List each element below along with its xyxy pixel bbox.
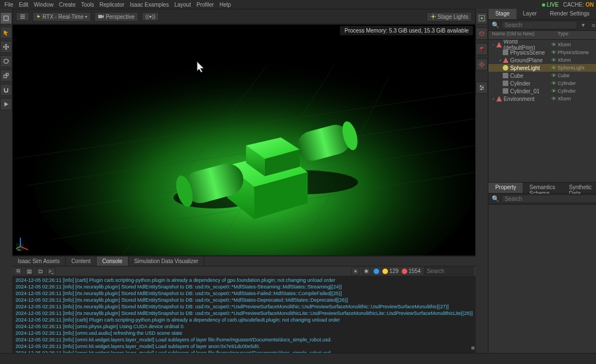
stage-row-cylinder-01[interactable]: Cylinder_01👁Cylinder <box>488 87 596 95</box>
tab-stage[interactable]: Stage <box>488 9 516 19</box>
tree-item-type: Cube <box>557 73 596 78</box>
stage-row-cylinder[interactable]: Cylinder👁Cylinder <box>488 79 596 87</box>
tab-layer[interactable]: Layer <box>517 9 544 19</box>
tab-isaac-assets[interactable]: Isaac Sim Assets <box>12 256 66 266</box>
render-mode-dropdown[interactable]: RTX - Real-Time ▾ <box>33 12 91 22</box>
tree-item-type: PhysicsScene <box>557 50 596 55</box>
tab-render-settings[interactable]: Render Settings <box>544 9 596 19</box>
stage-row-cube[interactable]: Cube👁Cube <box>488 72 596 79</box>
stage-lights-dropdown[interactable]: Stage Lights <box>427 12 472 22</box>
sliders-button[interactable] <box>476 82 488 94</box>
tree-toggle[interactable]: + <box>497 58 503 63</box>
svg-point-2 <box>4 59 8 63</box>
live-status[interactable]: LIVE <box>542 2 559 8</box>
stage-col-type[interactable]: Type <box>557 31 596 39</box>
stage-row-world-defaultprim-[interactable]: −World (defaultPrim)👁Xform <box>488 41 596 49</box>
menu-layout[interactable]: Layout <box>172 1 193 8</box>
console-line: 2024-12-05 02:26:11 [Info] [rtx.neurayli… <box>15 303 472 310</box>
live-dot-icon <box>542 3 545 7</box>
svg-point-42 <box>481 17 483 19</box>
warning-dot-icon <box>382 269 388 274</box>
tool-pointer[interactable] <box>0 26 12 39</box>
menu-help[interactable]: Help <box>217 1 233 8</box>
search-icon: 🔍 <box>492 195 499 202</box>
tool-rotate[interactable] <box>0 55 12 67</box>
wireframe-button[interactable] <box>476 28 488 40</box>
tree-toggle[interactable]: − <box>491 42 496 47</box>
visibility-toggle[interactable]: 👁 <box>550 57 557 63</box>
shaded-button[interactable] <box>476 43 488 55</box>
tab-synthetic-data[interactable]: Synthetic Data Recorder <box>562 183 596 193</box>
cache-status[interactable]: CACHE: ON <box>563 2 594 8</box>
visibility-toggle[interactable]: 👁 <box>550 88 557 94</box>
vp-menu-button[interactable] <box>16 12 29 21</box>
tab-content[interactable]: Content <box>66 256 97 266</box>
stage-search-bar: 🔍 ▾ ≡ <box>488 20 596 31</box>
menu-replicator[interactable]: Replicator <box>97 1 126 8</box>
vp-audio-button[interactable]: ((●)) <box>142 12 159 21</box>
console-search-input[interactable] <box>424 267 473 275</box>
filter-icon[interactable]: ▾ <box>352 267 359 275</box>
auto-scroll-icon[interactable]: ✱ <box>363 267 370 275</box>
viewport[interactable]: Process Memory: 5.3 GiB used, 15.3 GiB a… <box>12 24 476 256</box>
tool-play[interactable] <box>0 98 12 110</box>
stage-options-button[interactable]: ≡ <box>589 22 596 29</box>
mesh-icon <box>503 73 508 78</box>
stage-filter-button[interactable]: ▾ <box>579 22 587 29</box>
tab-sim-data-visualizer[interactable]: Simulation Data Visualizer <box>129 256 205 266</box>
stage-row-spherelight[interactable]: SphereLight👁SphereLight <box>488 64 596 72</box>
console-scroll-thumb[interactable] <box>471 346 475 350</box>
sliders-icon <box>478 84 485 91</box>
console-input-button[interactable]: ▤ <box>25 267 33 275</box>
tool-move[interactable] <box>0 41 12 53</box>
tool-select[interactable] <box>0 12 12 24</box>
stage-tree[interactable]: −World (defaultPrim)👁XformPhysicsScene👁P… <box>488 40 596 182</box>
visibility-toggle[interactable]: 👁 <box>550 50 557 55</box>
tab-property[interactable]: Property <box>488 183 523 193</box>
stage-col-name[interactable]: Name (Old to New) <box>488 31 550 39</box>
tree-item-type: Xform <box>557 42 596 47</box>
camera-dropdown[interactable]: Perspective <box>94 12 138 22</box>
frame-selection-button[interactable] <box>476 12 488 24</box>
settings-button[interactable] <box>476 58 488 71</box>
visibility-toggle[interactable]: 👁 <box>550 81 557 86</box>
visibility-toggle[interactable]: 👁 <box>550 96 557 101</box>
visibility-toggle[interactable]: 👁 <box>550 65 557 71</box>
mesh-icon <box>503 81 508 86</box>
svg-point-9 <box>432 15 434 18</box>
property-search-input[interactable] <box>502 195 596 203</box>
menu-window[interactable]: Window <box>31 1 56 8</box>
stage-search-input[interactable] <box>502 21 577 29</box>
menu-bar: File Edit Window Create Tools Replicator… <box>0 0 596 9</box>
tab-semantics[interactable]: Semantics Schema Editor <box>523 183 562 193</box>
stage-row-physicsscene[interactable]: PhysicsScene👁PhysicsScene <box>488 49 596 56</box>
menu-tools[interactable]: Tools <box>79 1 96 8</box>
tree-item-type: Cylinder <box>557 88 596 94</box>
menu-edit[interactable]: Edit <box>17 1 30 8</box>
stage-row-groundplane[interactable]: +GroundPlane👁Xform <box>488 56 596 64</box>
menu-file[interactable]: File <box>2 1 15 8</box>
console-output[interactable]: 2024-12-05 02:26:11 [Info] [carb] Plugin… <box>12 276 476 353</box>
svg-line-48 <box>480 62 480 63</box>
warning-count[interactable]: 129 <box>382 268 398 274</box>
console-folder-button[interactable]: 🗀 <box>36 267 44 275</box>
stage-row-environment[interactable]: +Environment👁Xform <box>488 95 596 103</box>
tree-toggle[interactable]: + <box>491 97 496 101</box>
svg-point-43 <box>481 63 483 66</box>
menu-create[interactable]: Create <box>57 1 78 8</box>
error-count[interactable]: 1554 <box>402 268 421 274</box>
tree-item-type: Cylinder <box>557 81 596 86</box>
tree-item-type: Xform <box>557 96 596 101</box>
tab-console[interactable]: Console <box>97 256 129 266</box>
console-line: 2024-12-05 02:26:11 [Info] [omni.physx.p… <box>15 323 472 330</box>
tool-scale[interactable] <box>0 69 12 82</box>
console-copy-button[interactable]: ⧉ <box>14 267 22 275</box>
info-toggle[interactable] <box>374 269 379 274</box>
visibility-toggle[interactable]: 👁 <box>550 42 557 47</box>
visibility-toggle[interactable]: 👁 <box>550 73 557 78</box>
menu-profiler[interactable]: Profiler <box>194 1 216 8</box>
axis-gizmo[interactable]: m <box>16 230 38 252</box>
tool-snap[interactable] <box>0 84 12 96</box>
menu-isaac-examples[interactable]: Isaac Examples <box>127 1 171 8</box>
console-prompt-button[interactable]: >_ <box>47 267 55 275</box>
